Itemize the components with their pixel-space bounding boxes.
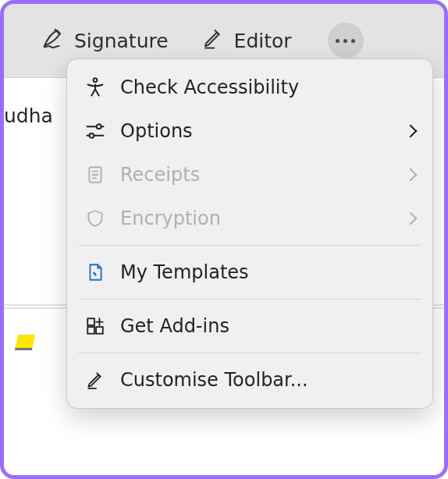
menu-item-options[interactable]: Options (67, 109, 432, 153)
receipts-icon (84, 164, 106, 186)
menu-item-customise[interactable]: Customise Toolbar... (67, 358, 432, 402)
content-area: udha Check Accessibility Options (4, 78, 444, 475)
menu-separator (78, 245, 421, 246)
menu-label: My Templates (120, 261, 415, 283)
menu-separator (78, 299, 421, 300)
editor-label: Editor (234, 30, 292, 52)
menu-item-templates[interactable]: My Templates (67, 250, 432, 294)
customise-icon (84, 369, 106, 391)
dropdown-menu: Check Accessibility Options Receipts (66, 59, 433, 409)
svg-rect-4 (87, 318, 94, 325)
more-icon (336, 39, 340, 43)
templates-icon (84, 261, 106, 283)
menu-label: Receipts (120, 164, 392, 186)
shield-icon (84, 208, 106, 229)
editor-button[interactable]: Editor (201, 27, 292, 55)
svg-point-0 (94, 78, 98, 82)
more-button[interactable] (328, 23, 364, 59)
menu-label: Get Add-ins (120, 315, 415, 337)
signature-icon (41, 27, 65, 55)
menu-item-receipts: Receipts (67, 153, 432, 197)
menu-label: Encryption (120, 208, 392, 229)
signature-button[interactable]: Signature (41, 27, 169, 55)
app-frame: Signature Editor udha (0, 0, 448, 479)
editor-icon (201, 27, 225, 55)
svg-point-2 (89, 133, 94, 138)
svg-rect-6 (96, 327, 103, 334)
menu-label: Customise Toolbar... (120, 369, 415, 391)
accessibility-icon (84, 76, 106, 98)
svg-point-1 (97, 124, 101, 129)
menu-item-addins[interactable]: Get Add-ins (67, 304, 432, 348)
svg-rect-5 (87, 327, 94, 334)
menu-label: Check Accessibility (120, 76, 415, 98)
addins-icon (84, 315, 106, 337)
options-icon (84, 120, 106, 142)
chevron-right-icon (404, 125, 418, 138)
menu-separator (78, 353, 421, 353)
signature-label: Signature (74, 30, 169, 52)
chevron-right-icon (404, 169, 418, 182)
background-text: udha (4, 105, 53, 127)
menu-item-accessibility[interactable]: Check Accessibility (67, 66, 432, 109)
chevron-right-icon (404, 212, 418, 225)
highlight-icon[interactable] (15, 335, 35, 350)
menu-item-encryption: Encryption (67, 197, 432, 240)
menu-label: Options (120, 120, 392, 142)
